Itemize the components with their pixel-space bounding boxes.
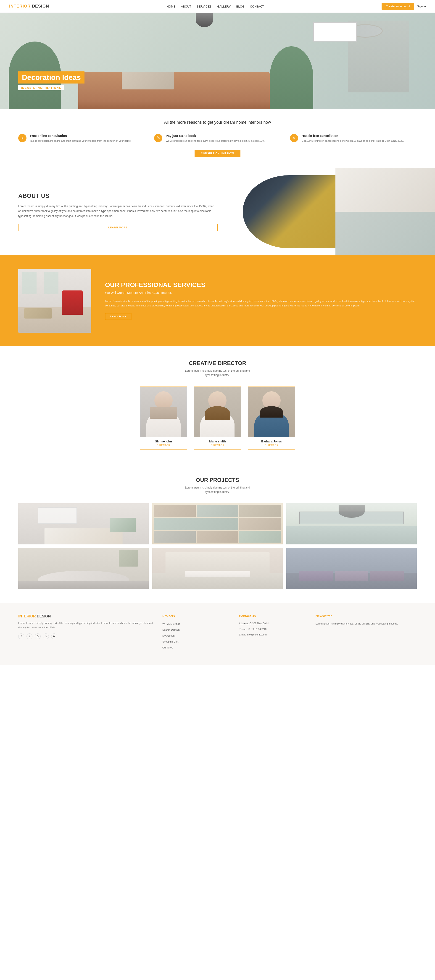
projects-section: OUR PROJECTS Lorem Ipsum is simply dummy… [0,463,435,603]
person3-hair [260,406,283,418]
projects-grid [18,503,417,589]
hero-background [0,13,435,108]
cancellation-icon: ✕ [290,134,298,142]
services-room-image [18,269,91,332]
footer-link-cart[interactable]: Shopping Cart [163,640,178,643]
services-subtitle: We Will Create Modern And First Class In… [105,291,417,294]
hero-light [196,13,213,27]
services-image [18,269,91,332]
services-text: Lorem Ipsum is simply dummy text of the … [105,299,417,307]
footer-phone: Phone: +91 9876543210 [239,627,306,631]
navbar: INTERIOR DESIGN HOME ABOUT SERVICES GALL… [0,0,435,13]
services-section: OUR PROFESSIONAL SERVICES We Will Create… [0,255,435,346]
footer-brand-col: INTERIOR DESIGN Lorem Ipsum is simply du… [18,614,153,651]
room-chair-red [62,291,83,315]
project-image-4 [18,548,149,589]
room-table [24,308,52,318]
feature-consultation-desc: Talk to our designers online and start p… [30,139,132,143]
footer-newsletter-col: Newsletter Lorem Ipsum is simply dummy t… [315,614,417,651]
feature-booking: % Pay just 5% to book We've dropped our … [154,134,281,143]
footer-contact-title: Contact Us [239,614,306,618]
consultation-icon: ☀ [18,134,27,142]
brand-logo[interactable]: INTERIOR DESIGN [9,4,49,9]
team-role-3: DIRECTOR [252,444,292,447]
about-image-chair [243,175,335,248]
nav-services[interactable]: SERVICES [197,5,212,8]
footer-link-account[interactable]: My Account [163,634,175,637]
footer-projects-col: Projects WHMCS-Bridge Search Domain My A… [163,614,230,651]
nav-gallery[interactable]: GALLERY [217,5,231,8]
project-image-2 [152,503,283,544]
nav-blog[interactable]: BLOG [236,5,245,8]
project-card-1[interactable] [18,503,149,544]
project-card-5[interactable] [152,548,283,589]
about-image-panels [335,169,435,255]
feature-cancellation-title: Hassle-free cancellation [302,134,404,138]
sign-in-button[interactable]: Sign in [417,5,426,8]
footer-email: Email: info@colorlib.com [239,633,306,636]
team-role-1: DIRECTOR [144,444,183,447]
feature-cancellation-desc: Get 100% refund on cancellations done wi… [302,139,404,143]
create-account-button[interactable]: Create an account [382,3,414,10]
team-role-2: DIRECTOR [198,444,237,447]
project-card-2[interactable] [152,503,283,544]
project-card-6[interactable] [286,548,417,589]
project-card-4[interactable] [18,548,149,589]
footer: INTERIOR DESIGN Lorem Ipsum is simply du… [0,603,435,665]
hero-shelf [348,21,409,92]
project-image-1 [18,503,149,544]
twitter-icon[interactable]: t [27,633,32,640]
footer-contact-col: Contact Us Address: C-308 New Delhi Phon… [239,614,306,651]
about-image-top [335,169,435,212]
person1-face [155,391,173,410]
projects-title: OUR PROJECTS [18,477,417,483]
services-learn-more-button[interactable]: Learn More [105,313,131,320]
booking-icon: % [154,134,163,142]
footer-projects-title: Projects [163,614,230,618]
nav-links: HOME ABOUT SERVICES GALLERY BLOG CONTACT [166,4,264,8]
footer-brand-part2: DESIGN [36,614,51,618]
features-headline: All the more reasons to get your dream h… [18,120,417,125]
hero-sofa [78,72,270,108]
footer-social: f t G in ▶ [18,633,153,640]
brand-part1: INTERIOR [9,4,30,8]
consult-button[interactable]: CONSULT ONLINE NOW [194,150,241,157]
feature-booking-text: Pay just 5% to book We've dropped our bo… [166,134,265,143]
nav-home[interactable]: HOME [166,5,175,8]
team-photo-2 [194,387,241,437]
about-title: ABOUT US [18,192,218,199]
footer-grid: INTERIOR DESIGN Lorem Ipsum is simply du… [18,614,417,651]
feature-consultation: ☀ Free online consultation Talk to our d… [18,134,145,143]
footer-newsletter-text: Lorem Ipsum is simply dummy text of the … [315,622,417,626]
features-grid: ☀ Free online consultation Talk to our d… [18,134,417,143]
team-grid: Simme john DIRECTOR Marie smith DIRECTOR [140,387,295,450]
footer-newsletter-title: Newsletter [315,614,417,618]
footer-link-whmcs[interactable]: WHMCS-Bridge [163,622,180,625]
google-icon[interactable]: G [35,633,41,640]
nav-contact[interactable]: CONTACT [250,5,264,8]
project-image-6 [286,548,417,589]
team-name-3: Barbara Jones [252,440,292,443]
about-text: Lorem Ipsum is simply dummy text of the … [18,204,218,219]
footer-brand-text: Lorem Ipsum is simply dummy text of the … [18,621,153,630]
brand-part2: DESIGN [30,4,49,8]
facebook-icon[interactable]: f [18,633,24,640]
team-card-3: Barbara Jones DIRECTOR [248,387,295,450]
team-card-2: Marie smith DIRECTOR [194,387,241,450]
hero-subtitle: IDEAS & INSPIRATIONS [18,85,64,91]
footer-link-domain[interactable]: Search Domain [163,628,180,631]
about-image-bottom [335,212,435,255]
room-window [22,272,37,294]
feature-booking-desc: We've dropped our booking fees. Now book… [166,139,265,143]
team-info-1: Simme john DIRECTOR [140,437,187,449]
hero-pillow [122,72,174,89]
footer-link-shop[interactable]: Our Shop [163,646,173,649]
youtube-icon[interactable]: ▶ [51,633,57,640]
instagram-icon[interactable]: in [43,633,49,640]
features-section: All the more reasons to get your dream h… [0,108,435,169]
projects-subtitle: Lorem Ipsum is simply dummy text of the … [183,485,252,494]
project-card-3[interactable] [286,503,417,544]
nav-about[interactable]: ABOUT [181,5,191,8]
team-name-2: Marie smith [198,440,237,443]
about-learn-more-button[interactable]: LEARN MORE [18,224,218,231]
